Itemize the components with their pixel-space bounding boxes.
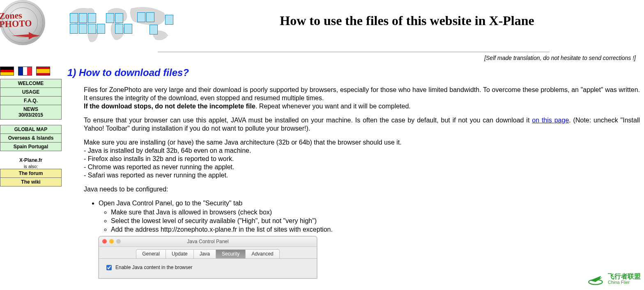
p3-l3: - Chrome was reported as never running t…	[84, 163, 234, 170]
nav-also: X-Plane.fr is also: The forum The wiki	[0, 157, 62, 186]
also-sub: is also:	[0, 164, 62, 169]
enable-java-checkbox-row[interactable]: Enable Java content in the browser	[105, 264, 311, 272]
enable-java-label: Enable Java content in the browser	[115, 265, 192, 271]
jcp-titlebar: Java Control Panel	[99, 237, 317, 247]
paragraph-intro: Files for ZonePhoto are very large and t…	[84, 86, 640, 110]
translation-note: [Self made translation, do not hesitate …	[67, 55, 640, 61]
config-sublist: Make sure that Java is allowed in browse…	[99, 208, 640, 234]
sub-allow-browsers: Make sure that Java is allowed in browse…	[111, 208, 640, 216]
p3-l4: - Safari was reported as never running t…	[84, 172, 228, 179]
minimize-icon[interactable]	[109, 239, 114, 244]
tab-java[interactable]: Java	[193, 249, 216, 258]
p3-l0: Make sure you are installing (or have) t…	[84, 139, 402, 146]
body-text: Files for ZonePhoto are very large and t…	[84, 86, 640, 278]
world-map-icon	[67, 2, 174, 48]
logo: Zones PHOTO	[0, 0, 62, 66]
language-flags	[0, 66, 62, 79]
p1-text: Files for ZonePhoto are very large and t…	[84, 86, 640, 101]
b1: Open Java Control Panel, go to the "Secu…	[99, 200, 242, 207]
nav-welcome[interactable]: WELCOME	[0, 79, 62, 88]
jcp-title: Java Control Panel	[187, 239, 228, 245]
nav-news-label: NEWS	[23, 106, 38, 112]
flag-spanish[interactable]	[36, 67, 50, 76]
java-download-link[interactable]: on this page	[532, 117, 569, 124]
enable-java-checkbox[interactable]	[106, 265, 112, 270]
tab-security[interactable]: Security	[216, 249, 246, 258]
paragraph-arch: Make sure you are installing (or have) t…	[84, 138, 640, 180]
sub-exception-site: Add the address http://zonephoto.x-plane…	[111, 226, 640, 234]
nav-usage[interactable]: USAGE	[0, 87, 62, 97]
jcp-body: Enable Java content in the browser	[99, 259, 317, 278]
config-list: Open Java Control Panel, go to the "Secu…	[92, 199, 640, 278]
tab-general[interactable]: General	[136, 249, 166, 258]
sidebar: Zones PHOTO WELCOME USAGE F.A.Q. NEWS 30…	[0, 0, 63, 192]
flag-german[interactable]	[0, 67, 14, 76]
separator	[158, 52, 550, 52]
close-icon[interactable]	[102, 239, 107, 244]
p1b-rest: . Repeat whenever you want and it will b…	[255, 103, 411, 110]
also-title: X-Plane.fr	[0, 157, 62, 164]
nav-spain-portugal[interactable]: Spain Portugal	[0, 142, 62, 151]
p2-pre: To ensure that your browser can use this…	[84, 117, 532, 124]
nav-wiki[interactable]: The wiki	[0, 177, 62, 186]
nav-faq[interactable]: F.A.Q.	[0, 96, 62, 105]
sub-security-level: Select the lowest level of security avai…	[111, 217, 640, 225]
logo-text: Zones PHOTO	[0, 11, 32, 29]
nav-global-map[interactable]: GLOBAL MAP	[0, 125, 62, 134]
window-controls	[102, 239, 121, 244]
nav-main: WELCOME USAGE F.A.Q. NEWS 30/03/2015	[0, 79, 62, 120]
p1b-strong: If the download stops, do not delete the…	[84, 103, 255, 110]
zoom-icon[interactable]	[116, 239, 121, 244]
jcp-tabs: General Update Java Security Advanced	[99, 247, 317, 259]
paragraph-java: To ensure that your browser can use this…	[84, 116, 640, 133]
java-control-panel: Java Control Panel General Update Java S…	[99, 236, 317, 278]
flag-french[interactable]	[18, 67, 32, 76]
tab-update[interactable]: Update	[166, 249, 194, 258]
tab-advanced[interactable]: Advanced	[245, 249, 279, 258]
nav-news-date: 30/03/2015	[18, 112, 43, 118]
nav-news[interactable]: NEWS 30/03/2015	[0, 105, 62, 120]
p3-l2: - Firefox also installs in 32b and is re…	[84, 155, 234, 162]
paragraph-config: Java needs to be configured:	[84, 185, 640, 193]
config-item-open: Open Java Control Panel, go to the "Secu…	[99, 199, 640, 278]
section-heading-download: 1) How to download files?	[67, 67, 640, 78]
page-title: How to use the files of this website in …	[191, 12, 623, 30]
content: How to use the files of this website in …	[63, 0, 644, 290]
nav-maps: GLOBAL MAP Overseas & Islands Spain Port…	[0, 125, 62, 151]
nav-overseas-islands[interactable]: Overseas & Islands	[0, 133, 62, 143]
p3-l1: - Java is installed by default 32b, 64b …	[84, 147, 251, 154]
nav-forum[interactable]: The forum	[0, 169, 62, 178]
logo-line2: PHOTO	[0, 19, 32, 29]
